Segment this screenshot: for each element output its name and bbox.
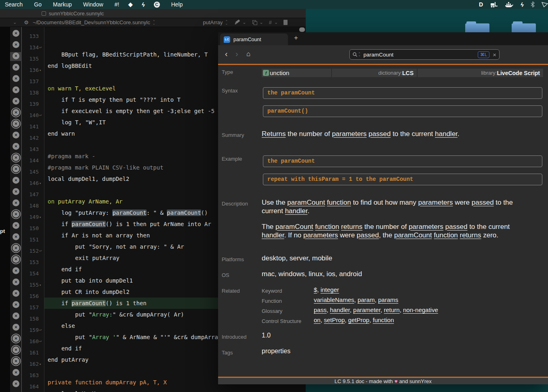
doc-link[interactable]: integer	[321, 286, 339, 293]
forklift-icon[interactable]	[490, 2, 498, 8]
gutter-delete-marker-icon[interactable]: ×	[13, 109, 19, 116]
scrollbar-thumb[interactable]	[299, 27, 305, 32]
line-number[interactable]: 150	[22, 223, 44, 234]
hash-dropdown-chevron[interactable]: ⌄	[274, 20, 278, 25]
doc-link[interactable]: setProp	[324, 317, 345, 323]
gutter-delete-marker-icon[interactable]: ×	[13, 199, 19, 206]
gutter-delete-marker-icon[interactable]: ×	[13, 98, 19, 105]
doc-link[interactable]: getProp	[348, 317, 370, 323]
doc-link[interactable]: parameters	[409, 223, 443, 231]
marker-dropdown-chevron[interactable]: ⌄	[242, 20, 246, 25]
gutter-delete-marker-icon[interactable]: ×	[13, 358, 19, 365]
doc-link[interactable]: return	[384, 306, 399, 313]
line-number[interactable]: 157	[22, 302, 44, 313]
doc-link[interactable]: function	[434, 231, 458, 239]
search-input[interactable]: ⌃⌄ paramCount ⌘L ×	[349, 49, 500, 60]
d-status-icon[interactable]: D	[479, 1, 483, 8]
menu-search[interactable]: Search	[5, 1, 23, 8]
line-number[interactable]: 134↩	[22, 42, 44, 53]
line-number[interactable]: 148	[22, 200, 44, 212]
gutter-delete-marker-icon[interactable]: ×	[13, 245, 19, 252]
doc-link[interactable]: handler	[435, 130, 458, 138]
doc-link[interactable]: function	[315, 223, 339, 231]
gutter-delete-marker-icon[interactable]: ×	[13, 211, 19, 218]
clear-search-button[interactable]: ×	[493, 51, 496, 58]
block-end-icon[interactable]: ↩	[39, 325, 44, 336]
gutter-delete-marker-icon[interactable]: ×	[13, 380, 19, 387]
doc-link[interactable]: paramCount	[394, 231, 432, 239]
doc-link[interactable]: paramCount	[275, 223, 313, 231]
doc-link[interactable]: returns	[341, 223, 363, 231]
menu-help[interactable]: Help	[171, 1, 183, 8]
gutter-delete-marker-icon[interactable]: ×	[13, 132, 19, 138]
gutter-delete-marker-icon[interactable]: ×	[13, 166, 19, 172]
gutter-delete-marker-icon[interactable]: ×	[13, 335, 19, 342]
line-number[interactable]: 141	[22, 121, 44, 132]
line-number[interactable]: 146▾	[22, 178, 44, 189]
doc-link[interactable]: passed	[472, 199, 494, 206]
line-number[interactable]: 144	[22, 155, 44, 166]
line-number[interactable]: 143	[22, 144, 44, 155]
fold-open-icon[interactable]: ▾	[39, 279, 44, 291]
path-updown-icon[interactable]: ⌃⌄	[153, 21, 155, 25]
doc-link[interactable]: parameters	[332, 130, 367, 138]
gutter-delete-marker-icon[interactable]: ×	[13, 188, 19, 195]
gutter-delete-marker-icon[interactable]: ×	[13, 120, 19, 127]
gutter-delete-marker-icon[interactable]: ×	[13, 154, 19, 161]
line-number[interactable]: 163	[22, 370, 44, 381]
forward-button[interactable]: ›	[235, 50, 238, 58]
gutter-delete-marker-icon[interactable]: ×	[13, 324, 19, 331]
line-number[interactable]: 135	[22, 53, 44, 65]
sidebar-collapse-chevron[interactable]: ⌄	[13, 20, 17, 25]
line-number[interactable]: 147	[22, 189, 44, 200]
doc-link[interactable]: returns	[460, 231, 481, 239]
gutter-delete-marker-icon[interactable]: ×	[13, 279, 19, 285]
line-number[interactable]: 162▾	[22, 358, 44, 370]
doc-link[interactable]: pass	[314, 306, 327, 313]
gutter-delete-marker-icon[interactable]: ×	[13, 369, 19, 376]
doc-link[interactable]: params	[378, 296, 398, 303]
block-end-icon[interactable]: ↩	[39, 110, 44, 121]
code-line[interactable]: local K, Ks	[44, 388, 306, 392]
line-number[interactable]: 142	[22, 132, 44, 144]
line-number[interactable]: 139	[22, 99, 44, 110]
lightning-status-icon[interactable]: ϟ	[521, 1, 524, 8]
doc-link[interactable]: function	[373, 317, 394, 323]
c-circle-menu-icon[interactable]: C	[154, 0, 160, 9]
gutter-delete-marker-icon[interactable]: ×	[13, 301, 19, 308]
doc-link[interactable]: function	[327, 199, 351, 206]
line-number[interactable]: 161	[22, 347, 44, 358]
block-end-icon[interactable]: ↩	[39, 336, 44, 347]
menu-shebang[interactable]: #!	[115, 1, 120, 8]
current-symbol[interactable]: putArray	[203, 19, 223, 25]
doc-link[interactable]: handler	[330, 306, 350, 313]
menu-window[interactable]: Window	[83, 1, 103, 8]
line-number[interactable]: 160↩	[22, 336, 44, 347]
line-number[interactable]: 153	[22, 257, 44, 268]
gutter-delete-marker-icon[interactable]: ×	[13, 222, 19, 229]
symbol-updown-icon[interactable]: ⌃⌄	[225, 21, 228, 25]
doc-link[interactable]: parameters	[303, 231, 338, 239]
gutter-delete-marker-icon[interactable]: ×	[13, 64, 19, 71]
line-number[interactable]: 151	[22, 234, 44, 245]
line-number[interactable]: 152↩	[22, 245, 44, 257]
gutter-delete-marker-icon[interactable]: ×	[13, 290, 19, 297]
doc-link[interactable]: handler	[262, 231, 284, 239]
line-number[interactable]: 154	[22, 268, 44, 279]
line-number[interactable]: 159↩	[22, 325, 44, 336]
doc-link[interactable]: param	[357, 296, 375, 303]
line-number[interactable]: 138	[22, 87, 44, 99]
gutter-delete-marker-icon[interactable]: ×	[13, 267, 19, 274]
gutter-delete-marker-icon[interactable]: ×	[13, 177, 19, 184]
doc-link[interactable]: passed	[369, 130, 391, 138]
line-number[interactable]: 149▾	[22, 212, 44, 223]
doc-link[interactable]: passed	[445, 223, 468, 231]
file-path[interactable]: ~/Documents/BBEdit_Dev/sunnYbblcCore.sun…	[33, 19, 150, 25]
line-number[interactable]: 140↩	[22, 110, 44, 121]
gutter-delete-marker-icon[interactable]: ×	[13, 143, 19, 150]
doc-link[interactable]: parameters	[418, 199, 453, 206]
tab-paramcount[interactable]: LC paramCount	[220, 34, 288, 45]
fold-open-icon[interactable]: ▾	[39, 212, 44, 223]
documents-icon[interactable]	[252, 20, 257, 25]
line-number[interactable]: 164	[22, 381, 44, 392]
